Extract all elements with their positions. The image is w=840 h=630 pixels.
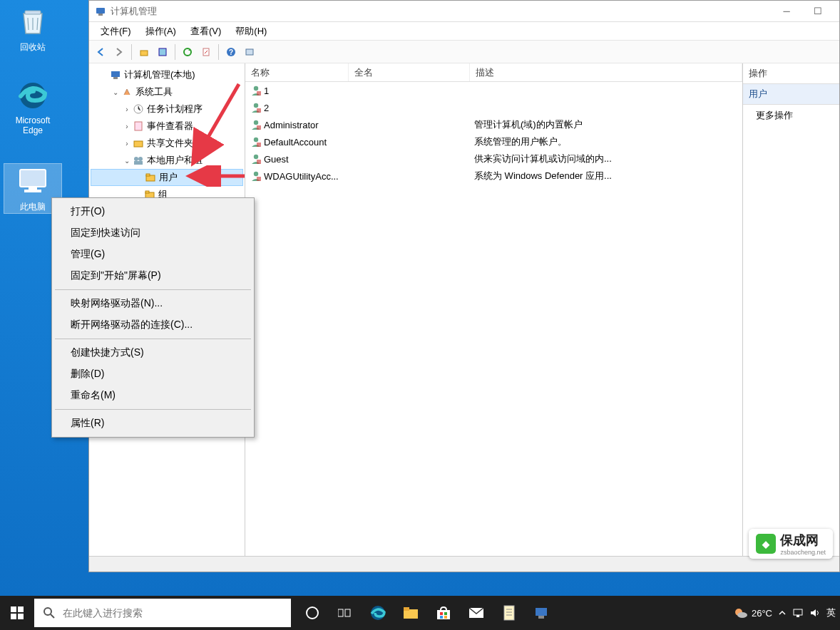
menu-file[interactable]: 文件(F) (93, 23, 138, 40)
cortana-button[interactable] (298, 596, 327, 630)
menubar: 文件(F) 操作(A) 查看(V) 帮助(H) (89, 22, 839, 41)
svg-rect-44 (18, 614, 24, 619)
watermark-title: 保成网 (780, 532, 826, 549)
svg-rect-17 (135, 122, 142, 130)
properties-button[interactable] (154, 43, 171, 61)
svg-text:?: ? (229, 48, 233, 56)
user-row[interactable]: DefaultAccount 系统管理的用户帐户。 (245, 133, 742, 150)
svg-rect-56 (440, 616, 443, 619)
svg-rect-3 (29, 187, 37, 190)
tree-event-viewer[interactable]: ›事件查看器 (91, 118, 243, 135)
user-row[interactable]: Administrator 管理计算机(域)的内置帐户 (245, 116, 742, 133)
tray-ime[interactable]: 英 (826, 606, 836, 619)
view-button[interactable] (241, 43, 258, 61)
svg-point-19 (134, 157, 138, 161)
taskbar-notepad[interactable] (495, 596, 523, 630)
user-row[interactable]: Guest 供来宾访问计算机或访问域的内... (245, 150, 742, 167)
ctx-pin-quick[interactable]: 固定到快速访问 (53, 222, 252, 244)
col-fullname[interactable]: 全名 (349, 63, 470, 81)
svg-rect-67 (794, 609, 802, 615)
maximize-button[interactable]: ☐ (802, 1, 834, 22)
taskbar-store[interactable] (429, 596, 458, 630)
titlebar[interactable]: 计算机管理 ─ ☐ (89, 1, 839, 22)
user-icon (250, 84, 262, 97)
svg-rect-21 (134, 161, 143, 165)
refresh-button[interactable] (179, 43, 196, 61)
start-button[interactable] (0, 596, 34, 630)
tray-network-icon[interactable] (792, 608, 804, 618)
svg-point-34 (254, 155, 258, 159)
tree-local-users[interactable]: ⌄本地用户和组 (91, 152, 243, 169)
svg-rect-2 (20, 170, 46, 187)
tray-volume-icon[interactable] (809, 608, 821, 618)
help-button[interactable]: ? (222, 43, 240, 61)
pc-icon (16, 164, 50, 198)
task-view-button[interactable] (331, 596, 359, 630)
ctx-open[interactable]: 打开(O) (53, 201, 252, 222)
taskbar-edge[interactable] (364, 596, 392, 630)
recycle-bin-icon (16, 4, 50, 38)
forward-button[interactable] (111, 43, 128, 61)
weather-widget[interactable]: 26°C (733, 606, 772, 619)
ctx-properties[interactable]: 属性(R) (53, 413, 252, 434)
svg-rect-4 (24, 190, 41, 192)
ctx-pin-start[interactable]: 固定到"开始"屏幕(P) (53, 265, 252, 286)
ctx-delete[interactable]: 删除(D) (53, 363, 252, 385)
ctx-manage[interactable]: 管理(G) (53, 244, 252, 265)
user-row[interactable]: 2 (245, 99, 742, 116)
ctx-map-drive[interactable]: 映射网络驱动器(N)... (53, 293, 252, 314)
svg-rect-43 (11, 614, 16, 619)
svg-rect-59 (504, 606, 514, 620)
svg-rect-48 (338, 609, 343, 616)
taskbar-explorer[interactable] (396, 596, 425, 630)
user-row[interactable]: 1 (245, 82, 742, 99)
user-row[interactable]: WDAGUtilityAcc... 系统为 Windows Defender 应… (245, 167, 742, 185)
svg-point-26 (254, 86, 258, 91)
tree-root[interactable]: 计算机管理(本地) (91, 66, 243, 83)
export-button[interactable] (198, 43, 215, 61)
svg-rect-33 (257, 143, 261, 147)
back-button[interactable] (92, 43, 109, 61)
svg-rect-8 (159, 48, 166, 56)
edge-icon (16, 78, 50, 113)
up-button[interactable] (135, 43, 153, 61)
action-more[interactable]: 更多操作 (743, 105, 839, 126)
menu-action[interactable]: 操作(A) (138, 23, 183, 40)
col-name[interactable]: 名称 (245, 63, 349, 81)
menu-view[interactable]: 查看(V) (183, 23, 228, 40)
tree-users[interactable]: 用户 (91, 169, 243, 186)
svg-rect-49 (345, 609, 350, 616)
app-icon (95, 6, 106, 17)
svg-rect-42 (18, 606, 24, 612)
ctx-rename[interactable]: 重命名(M) (53, 385, 252, 406)
action-title: 操作 (743, 63, 839, 84)
svg-rect-53 (437, 610, 450, 619)
svg-point-28 (254, 103, 258, 108)
window-title: 计算机管理 (111, 5, 157, 18)
tree-task-scheduler[interactable]: ›任务计划程序 (91, 100, 243, 118)
svg-rect-18 (134, 141, 143, 147)
tree-shared-folders[interactable]: ›共享文件夹 (91, 135, 243, 152)
minimize-button[interactable]: ─ (771, 1, 802, 22)
search-input[interactable] (63, 607, 282, 619)
svg-rect-31 (257, 125, 261, 130)
menu-help[interactable]: 帮助(H) (228, 23, 274, 40)
taskbar-mail[interactable] (462, 596, 491, 630)
svg-rect-6 (98, 14, 103, 16)
search-icon (43, 606, 56, 619)
desktop-edge[interactable]: Microsoft Edge (4, 78, 61, 135)
search-box[interactable] (34, 599, 291, 627)
ctx-shortcut[interactable]: 创建快捷方式(S) (53, 342, 252, 363)
taskbar-mmc[interactable] (528, 596, 556, 630)
tray-chevron[interactable] (778, 609, 787, 617)
weather-icon (733, 606, 749, 619)
desktop-recycle-bin[interactable]: 回收站 (4, 4, 61, 53)
svg-point-47 (307, 607, 318, 619)
svg-rect-5 (96, 8, 105, 14)
action-section[interactable]: 用户 (743, 84, 839, 105)
tree-system-tools[interactable]: ⌄系统工具 (91, 83, 243, 100)
col-desc[interactable]: 描述 (470, 63, 742, 81)
ctx-disconnect[interactable]: 断开网络驱动器的连接(C)... (53, 314, 252, 336)
svg-point-45 (44, 608, 51, 615)
svg-rect-41 (11, 606, 16, 612)
